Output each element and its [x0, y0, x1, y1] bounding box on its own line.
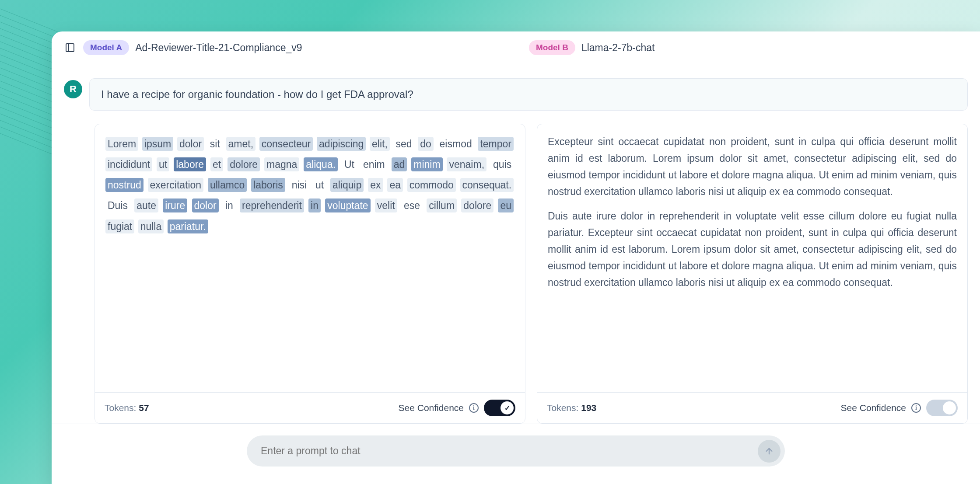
- token[interactable]: labore: [174, 157, 206, 171]
- token[interactable]: ipsum: [142, 137, 173, 151]
- header-model-a: Model A Ad-Reviewer-Title-21-Compliance_…: [83, 40, 522, 55]
- token[interactable]: irure: [163, 198, 187, 212]
- confidence-toggle-a[interactable]: ✓: [484, 400, 515, 416]
- token[interactable]: magna: [264, 157, 299, 171]
- token[interactable]: consequat.: [460, 178, 514, 192]
- prompt-row: R I have a recipe for organic foundation…: [52, 64, 980, 119]
- confidence-label: See Confidence: [841, 403, 906, 413]
- token[interactable]: aliquip: [330, 178, 364, 192]
- token[interactable]: ullamco: [208, 178, 247, 192]
- token[interactable]: Lorem: [105, 137, 138, 151]
- header-model-b: Model B Llama-2-7b-chat: [529, 40, 968, 55]
- token[interactable]: ex: [368, 178, 383, 192]
- panel-b-footer: Tokens: 193 See Confidence i: [537, 392, 967, 423]
- token[interactable]: ea: [387, 178, 403, 192]
- input-row: [52, 424, 980, 484]
- response-b-text: Excepteur sint occaecat cupidatat non pr…: [537, 124, 967, 392]
- response-panel-a: Lorem ipsum dolor sit amet, consecteur a…: [94, 124, 525, 424]
- token[interactable]: venaim,: [447, 157, 486, 171]
- tokens-label: Tokens: 57: [105, 403, 149, 413]
- token[interactable]: velit: [375, 198, 397, 212]
- prompt-input-container: [247, 435, 785, 467]
- token[interactable]: in: [308, 198, 321, 212]
- confidence-label: See Confidence: [399, 403, 464, 413]
- token[interactable]: dolore: [228, 157, 260, 171]
- token[interactable]: dolor: [177, 137, 204, 151]
- confidence-toggle-b[interactable]: [926, 400, 958, 416]
- token[interactable]: reprehenderit: [240, 198, 304, 212]
- token[interactable]: laboris: [251, 178, 285, 192]
- token[interactable]: in: [223, 198, 235, 212]
- token[interactable]: et: [210, 157, 223, 171]
- token[interactable]: sit: [208, 137, 222, 151]
- token[interactable]: ese: [402, 198, 422, 212]
- token[interactable]: tempor: [478, 137, 514, 151]
- token[interactable]: exercitation: [148, 178, 204, 192]
- token[interactable]: ut: [313, 178, 326, 192]
- token[interactable]: do: [418, 137, 434, 151]
- info-icon[interactable]: i: [469, 403, 479, 413]
- user-avatar: R: [64, 80, 82, 98]
- check-icon: ✓: [504, 404, 510, 412]
- token[interactable]: pariatur.: [168, 219, 208, 233]
- token[interactable]: incididunt: [105, 157, 152, 171]
- app-window: Model A Ad-Reviewer-Title-21-Compliance_…: [52, 31, 980, 484]
- response-paragraph: Excepteur sint occaecat cupidatat non pr…: [548, 134, 957, 200]
- token[interactable]: eismod: [438, 137, 474, 151]
- user-prompt: I have a recipe for organic foundation -…: [89, 78, 968, 111]
- model-a-badge: Model A: [83, 40, 129, 55]
- token[interactable]: ut: [157, 157, 169, 171]
- token[interactable]: aliqua.: [304, 157, 338, 171]
- token[interactable]: dolore: [461, 198, 494, 212]
- response-paragraph: Duis aute irure dolor in reprehenderit i…: [548, 208, 957, 291]
- token[interactable]: nostrud: [105, 178, 144, 192]
- token[interactable]: commodo: [407, 178, 456, 192]
- model-b-badge: Model B: [529, 40, 575, 55]
- prompt-input[interactable]: [261, 439, 752, 463]
- panel-layout-icon[interactable]: [64, 42, 76, 54]
- token[interactable]: fugiat: [105, 219, 134, 233]
- token[interactable]: nulla: [138, 219, 164, 233]
- response-panel-b: Excepteur sint occaecat cupidatat non pr…: [537, 124, 968, 424]
- token[interactable]: dolor: [192, 198, 219, 212]
- token[interactable]: aute: [134, 198, 158, 212]
- token[interactable]: amet,: [226, 137, 256, 151]
- header: Model A Ad-Reviewer-Title-21-Compliance_…: [52, 31, 980, 64]
- info-icon[interactable]: i: [911, 403, 921, 413]
- token[interactable]: elit,: [370, 137, 390, 151]
- model-a-name: Ad-Reviewer-Title-21-Compliance_v9: [135, 42, 302, 54]
- token[interactable]: eu: [498, 198, 514, 212]
- response-a-tokens: Lorem ipsum dolor sit amet, consecteur a…: [95, 124, 525, 392]
- arrow-up-icon: [764, 446, 774, 456]
- tokens-value: 193: [581, 403, 596, 413]
- tokens-label: Tokens: 193: [547, 403, 596, 413]
- token[interactable]: nisi: [290, 178, 309, 192]
- token[interactable]: enim: [361, 157, 387, 171]
- token[interactable]: minim: [411, 157, 442, 171]
- token[interactable]: cillum: [427, 198, 457, 212]
- svg-rect-20: [66, 44, 74, 52]
- model-b-name: Llama-2-7b-chat: [581, 42, 654, 54]
- token[interactable]: Duis: [105, 198, 130, 212]
- tokens-value: 57: [139, 403, 149, 413]
- token[interactable]: sed: [393, 137, 414, 151]
- token[interactable]: adipiscing: [317, 137, 366, 151]
- token[interactable]: quis: [491, 157, 514, 171]
- token[interactable]: Ut: [342, 157, 357, 171]
- panel-a-footer: Tokens: 57 See Confidence i ✓: [95, 392, 525, 423]
- token[interactable]: voluptate: [325, 198, 370, 212]
- token[interactable]: consecteur: [259, 137, 313, 151]
- token[interactable]: ad: [392, 157, 407, 171]
- send-button[interactable]: [758, 440, 780, 463]
